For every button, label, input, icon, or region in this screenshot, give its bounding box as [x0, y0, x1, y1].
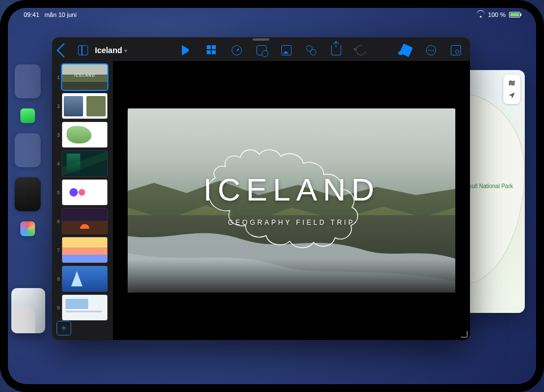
status-bar: 09:41 mån 10 juni 100 %: [8, 8, 536, 21]
keynote-toolbar: Iceland ▾: [52, 37, 470, 61]
animate-button[interactable]: [228, 42, 245, 59]
app-switcher-strip: [15, 64, 41, 350]
photos-app-icon[interactable]: [20, 221, 35, 236]
background-window-2[interactable]: [15, 133, 41, 167]
wifi-icon: [477, 12, 485, 18]
map-layers-button[interactable]: [506, 77, 518, 89]
insert-shape-button[interactable]: [253, 42, 270, 59]
sidebar-toggle-button[interactable]: [75, 42, 92, 59]
format-brush-button[interactable]: [398, 42, 415, 59]
battery-icon: [509, 12, 520, 18]
slide-thumb-3[interactable]: 3: [54, 122, 111, 147]
slide-thumb-8[interactable]: 8: [54, 266, 111, 291]
map-icon: [508, 79, 516, 87]
slide-title-text[interactable]: ICELAND: [203, 171, 380, 208]
window-resize-handle[interactable]: [459, 329, 468, 338]
slide-thumb-5[interactable]: 5: [54, 180, 111, 205]
slide-thumb-6[interactable]: 6: [54, 208, 111, 234]
play-button[interactable]: [179, 42, 195, 59]
keynote-window: Iceland ▾ 1: [52, 37, 470, 340]
window-drag-handle[interactable]: [253, 38, 269, 41]
status-date: mån 10 juni: [45, 11, 77, 18]
undo-button[interactable]: [352, 42, 369, 59]
messages-app-icon[interactable]: [20, 108, 35, 123]
document-title: Iceland: [95, 46, 122, 55]
battery-percent: 100 %: [488, 11, 506, 18]
collaborate-button[interactable]: [303, 42, 320, 59]
slide-thumb-4[interactable]: 4: [54, 151, 111, 176]
maps-controls: [503, 75, 520, 104]
document-options-button[interactable]: [447, 42, 464, 59]
insert-table-button[interactable]: [203, 42, 220, 59]
calculator-window[interactable]: [15, 177, 41, 211]
location-arrow-icon: [508, 92, 516, 99]
slide-content[interactable]: ICELAND GEOGRAPHY FIELD TRIP: [128, 108, 455, 293]
status-time: 09:41: [24, 11, 40, 18]
slide-thumb-7[interactable]: 7: [54, 237, 111, 263]
slide-thumb-2[interactable]: 2: [54, 93, 111, 119]
locate-me-button[interactable]: [506, 89, 518, 102]
status-right: 100 %: [477, 11, 520, 18]
share-button[interactable]: [328, 42, 345, 59]
slide-navigator[interactable]: 1 2 3 4 5: [52, 61, 113, 340]
slide-thumb-9[interactable]: 9: [54, 295, 111, 320]
background-window-1[interactable]: [15, 64, 41, 98]
slide-canvas[interactable]: ICELAND GEOGRAPHY FIELD TRIP: [113, 61, 470, 340]
back-button[interactable]: [55, 42, 72, 59]
slide-subtitle-text[interactable]: GEOGRAPHY FIELD TRIP: [228, 219, 355, 227]
add-slide-button[interactable]: +: [56, 321, 71, 336]
slide-thumb-1[interactable]: 1: [54, 64, 111, 90]
chevron-down-icon: ▾: [124, 47, 127, 54]
status-left: 09:41 mån 10 juni: [24, 11, 77, 18]
more-button[interactable]: [423, 42, 439, 59]
insert-media-button[interactable]: [278, 42, 295, 59]
document-title-dropdown[interactable]: Iceland ▾: [95, 46, 127, 55]
